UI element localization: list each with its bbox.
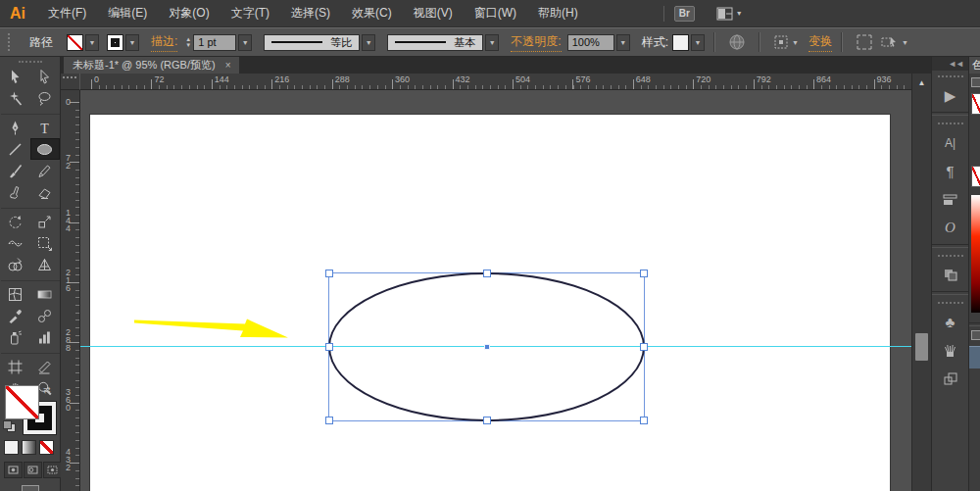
stroke-dropdown-button[interactable]: ▼ <box>125 34 139 51</box>
opentype-panel-button[interactable]: O <box>932 214 968 242</box>
ellipse-tool[interactable] <box>30 138 60 160</box>
magic-wand-tool[interactable] <box>1 87 30 109</box>
swap-fill-stroke-icon[interactable]: ⇄ <box>43 385 51 395</box>
selection-handle[interactable] <box>325 417 333 424</box>
paragraph-styles-panel-button[interactable] <box>932 185 968 214</box>
selection-handle[interactable] <box>640 417 648 424</box>
panel-icon[interactable] <box>971 330 980 340</box>
actions-panel-button[interactable]: ▶ <box>932 81 968 110</box>
menu-item[interactable]: 窗口(W) <box>464 5 527 22</box>
type-tool[interactable]: T <box>30 117 60 138</box>
width-profile-dropdown[interactable]: ▼ <box>362 34 375 51</box>
selection-tool[interactable] <box>1 66 30 87</box>
selection-bounding-box[interactable] <box>328 272 645 421</box>
menu-item[interactable]: 文字(T) <box>220 5 280 22</box>
mesh-tool[interactable] <box>1 283 30 305</box>
eraser-tool[interactable] <box>30 181 60 203</box>
draw-normal-button[interactable] <box>4 462 23 478</box>
pen-tool[interactable] <box>1 117 30 138</box>
paintbrush-tool[interactable] <box>1 160 30 181</box>
fill-color-control[interactable]: ▼ <box>67 34 99 51</box>
character-panel-button[interactable]: A| <box>932 128 968 157</box>
none-color-swatch[interactable] <box>971 93 980 115</box>
brushes-panel-button[interactable] <box>932 336 968 365</box>
stroke-weight-field[interactable]: 1 pt <box>193 34 236 51</box>
artboard-tool[interactable] <box>1 356 30 377</box>
stroke-color-control[interactable]: ▼ <box>107 34 139 51</box>
stroke-color-swatch[interactable] <box>107 34 123 51</box>
perspective-grid-tool[interactable] <box>30 254 60 275</box>
style-dropdown[interactable]: ▼ <box>691 34 705 51</box>
color-button[interactable] <box>4 440 19 455</box>
screen-mode-button[interactable] <box>22 485 39 491</box>
column-graph-tool[interactable] <box>30 326 60 348</box>
transform-label[interactable]: 变换 <box>808 33 832 52</box>
style-swatch[interactable] <box>672 34 689 51</box>
none-button[interactable] <box>39 440 54 455</box>
opacity-field[interactable]: 100% <box>567 34 614 51</box>
fill-indicator-none[interactable] <box>5 385 39 419</box>
rotate-tool[interactable] <box>1 211 30 232</box>
menu-item[interactable]: 编辑(E) <box>97 5 158 22</box>
gradient-button[interactable] <box>22 440 36 455</box>
draw-inside-button[interactable] <box>43 462 62 478</box>
vertical-scrollbar[interactable]: ▲ <box>911 74 931 491</box>
slice-tool[interactable] <box>30 356 60 377</box>
bridge-button[interactable]: Br <box>674 6 695 22</box>
color-panel-tab[interactable]: 色 <box>969 57 980 74</box>
menu-item[interactable]: 文件(F) <box>37 5 97 22</box>
free-transform-tool[interactable] <box>30 232 60 254</box>
stroke-weight-stepper[interactable]: ▲▼ <box>185 37 191 48</box>
draw-behind-button[interactable] <box>24 462 42 478</box>
selected-panel-row[interactable] <box>969 346 980 368</box>
brush-definition-select[interactable]: 基本 <box>387 34 483 51</box>
menu-item[interactable]: 效果(C) <box>341 5 403 22</box>
tools-panel-grip[interactable] <box>0 57 60 66</box>
width-profile-select[interactable]: 等比 <box>264 34 360 51</box>
bounding-box-button[interactable] <box>856 33 873 51</box>
menu-item[interactable]: 对象(O) <box>158 5 220 22</box>
document-setup-button[interactable]: ▼ <box>773 34 799 50</box>
isolate-selection-button[interactable]: ▼ <box>881 34 908 50</box>
lasso-tool[interactable] <box>30 87 60 109</box>
selection-handle[interactable] <box>325 270 333 277</box>
opacity-label[interactable]: 不透明度: <box>511 33 561 52</box>
shape-builder-tool[interactable] <box>1 254 30 275</box>
fill-none-swatch[interactable] <box>67 34 83 51</box>
menu-item[interactable]: 帮助(H) <box>527 5 589 22</box>
panel-group-grip[interactable] <box>932 250 968 261</box>
paragraph-panel-button[interactable]: ¶ <box>932 157 968 185</box>
dock-collapse-header[interactable]: ◄◄ <box>932 57 968 71</box>
tab-close-icon[interactable]: × <box>225 60 231 71</box>
step-up-icon[interactable]: ▲ <box>185 37 191 42</box>
panel-grip[interactable] <box>8 33 13 51</box>
scrollbar-thumb[interactable] <box>915 333 928 361</box>
vertical-ruler[interactable]: 072144216288360432 <box>61 90 80 491</box>
direct-selection-tool[interactable] <box>30 66 60 87</box>
horizontal-ruler[interactable]: 072144216288360432504576648720792864936 <box>61 74 911 90</box>
panel-group-grip[interactable] <box>932 297 968 308</box>
brush-definition-dropdown[interactable]: ▼ <box>485 34 499 51</box>
step-down-icon[interactable]: ▼ <box>185 43 191 48</box>
selection-handle[interactable] <box>325 343 333 351</box>
symbols-panel-button[interactable]: ♣ <box>932 308 968 336</box>
recolor-artwork-button[interactable] <box>728 33 746 51</box>
symbol-sprayer-tool[interactable] <box>1 326 30 348</box>
default-fill-stroke-icon[interactable] <box>3 420 15 431</box>
scroll-up-arrow-icon[interactable]: ▲ <box>914 76 929 89</box>
selection-handle[interactable] <box>640 343 648 351</box>
none-color-swatch[interactable] <box>971 166 980 187</box>
workspace-switcher-button[interactable]: ▼ <box>716 7 743 21</box>
width-tool[interactable] <box>1 232 30 254</box>
selection-handle[interactable] <box>483 417 491 424</box>
document-tab[interactable]: 未标题-1* @ 95% (RGB/预览) × <box>64 57 239 74</box>
line-segment-tool[interactable] <box>1 138 30 160</box>
opacity-dropdown[interactable]: ▼ <box>616 34 630 51</box>
stroke-weight-dropdown[interactable]: ▼ <box>238 34 252 51</box>
panel-group-grip[interactable] <box>932 71 968 81</box>
blend-tool[interactable] <box>30 305 60 326</box>
color-spectrum-ramp[interactable] <box>971 195 980 313</box>
menu-item[interactable]: 选择(S) <box>280 5 341 22</box>
transparency-panel-button[interactable] <box>932 261 968 289</box>
selection-handle[interactable] <box>483 270 491 277</box>
